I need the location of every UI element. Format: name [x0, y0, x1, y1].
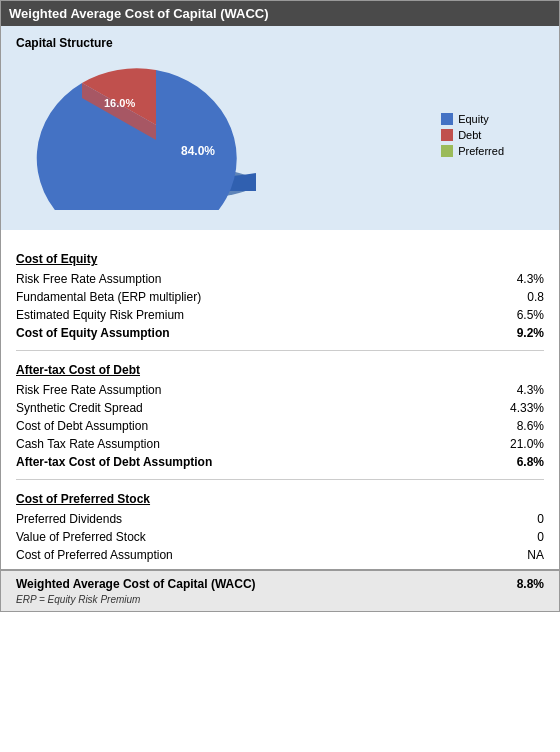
preferred-label: Preferred: [458, 145, 504, 157]
preferred-color-swatch: [441, 145, 453, 157]
row-label-2-0: Preferred Dividends: [16, 512, 122, 526]
data-row-1-3: Cash Tax Rate Assumption21.0%: [16, 435, 544, 453]
pie-label-debt: 16.0%: [104, 97, 135, 109]
section-header-0: Cost of Equity: [16, 252, 544, 266]
row-value-0-2: 6.5%: [494, 308, 544, 322]
row-label-2-1: Value of Preferred Stock: [16, 530, 146, 544]
row-value-1-2: 8.6%: [494, 419, 544, 433]
data-row-0-0: Risk Free Rate Assumption4.3%: [16, 270, 544, 288]
wacc-footer-value: 8.8%: [517, 577, 544, 591]
debt-label: Debt: [458, 129, 481, 141]
row-value-2-0: 0: [494, 512, 544, 526]
row-value-2-1: 0: [494, 530, 544, 544]
legend-preferred: Preferred: [441, 145, 504, 157]
data-row-1-4: After-tax Cost of Debt Assumption6.8%: [16, 453, 544, 471]
wacc-container: Weighted Average Cost of Capital (WACC) …: [0, 0, 560, 612]
data-row-2-2: Cost of Preferred AssumptionNA: [16, 546, 544, 564]
pie-label-equity: 84.0%: [181, 144, 215, 158]
row-label-1-1: Synthetic Credit Spread: [16, 401, 143, 415]
pie-chart-svg: 84.0% 16.0%: [36, 55, 296, 210]
data-row-0-1: Fundamental Beta (ERP multiplier)0.8: [16, 288, 544, 306]
row-label-1-2: Cost of Debt Assumption: [16, 419, 148, 433]
row-label-0-2: Estimated Equity Risk Premium: [16, 308, 184, 322]
data-row-1-0: Risk Free Rate Assumption4.3%: [16, 381, 544, 399]
equity-label: Equity: [458, 113, 489, 125]
row-label-2-2: Cost of Preferred Assumption: [16, 548, 173, 562]
data-section: Cost of EquityRisk Free Rate Assumption4…: [1, 230, 559, 569]
section-header-1: After-tax Cost of Debt: [16, 363, 544, 377]
divider-0: [16, 350, 544, 351]
equity-color-swatch: [441, 113, 453, 125]
page-title: Weighted Average Cost of Capital (WACC): [9, 6, 269, 21]
row-label-1-4: After-tax Cost of Debt Assumption: [16, 455, 212, 469]
debt-color-swatch: [441, 129, 453, 141]
data-row-2-1: Value of Preferred Stock0: [16, 528, 544, 546]
title-bar: Weighted Average Cost of Capital (WACC): [1, 1, 559, 26]
data-row-0-3: Cost of Equity Assumption9.2%: [16, 324, 544, 342]
row-label-1-0: Risk Free Rate Assumption: [16, 383, 161, 397]
wacc-footer-row: Weighted Average Cost of Capital (WACC) …: [16, 577, 544, 591]
capital-structure-label: Capital Structure: [16, 36, 544, 50]
row-label-1-3: Cash Tax Rate Assumption: [16, 437, 160, 451]
data-row-2-0: Preferred Dividends0: [16, 510, 544, 528]
row-value-0-3: 9.2%: [494, 326, 544, 340]
row-value-1-1: 4.33%: [494, 401, 544, 415]
data-row-1-1: Synthetic Credit Spread4.33%: [16, 399, 544, 417]
row-value-0-0: 4.3%: [494, 272, 544, 286]
footnote: ERP = Equity Risk Premium: [16, 594, 544, 605]
pie-chart-container: 84.0% 16.0%: [36, 55, 316, 215]
section-header-2: Cost of Preferred Stock: [16, 492, 544, 506]
row-value-0-1: 0.8: [494, 290, 544, 304]
row-label-0-3: Cost of Equity Assumption: [16, 326, 170, 340]
row-label-0-0: Risk Free Rate Assumption: [16, 272, 161, 286]
row-value-2-2: NA: [494, 548, 544, 562]
divider-1: [16, 479, 544, 480]
legend-equity: Equity: [441, 113, 504, 125]
footer-section: Weighted Average Cost of Capital (WACC) …: [1, 569, 559, 611]
data-row-0-2: Estimated Equity Risk Premium6.5%: [16, 306, 544, 324]
row-value-1-4: 6.8%: [494, 455, 544, 469]
row-value-1-0: 4.3%: [494, 383, 544, 397]
data-row-1-2: Cost of Debt Assumption8.6%: [16, 417, 544, 435]
chart-area: 84.0% 16.0% Equity Debt Preferred: [16, 55, 544, 215]
wacc-footer-label: Weighted Average Cost of Capital (WACC): [16, 577, 256, 591]
chart-legend: Equity Debt Preferred: [441, 113, 504, 157]
chart-section: Capital Structure: [1, 26, 559, 230]
row-value-1-3: 21.0%: [494, 437, 544, 451]
row-label-0-1: Fundamental Beta (ERP multiplier): [16, 290, 201, 304]
legend-debt: Debt: [441, 129, 504, 141]
